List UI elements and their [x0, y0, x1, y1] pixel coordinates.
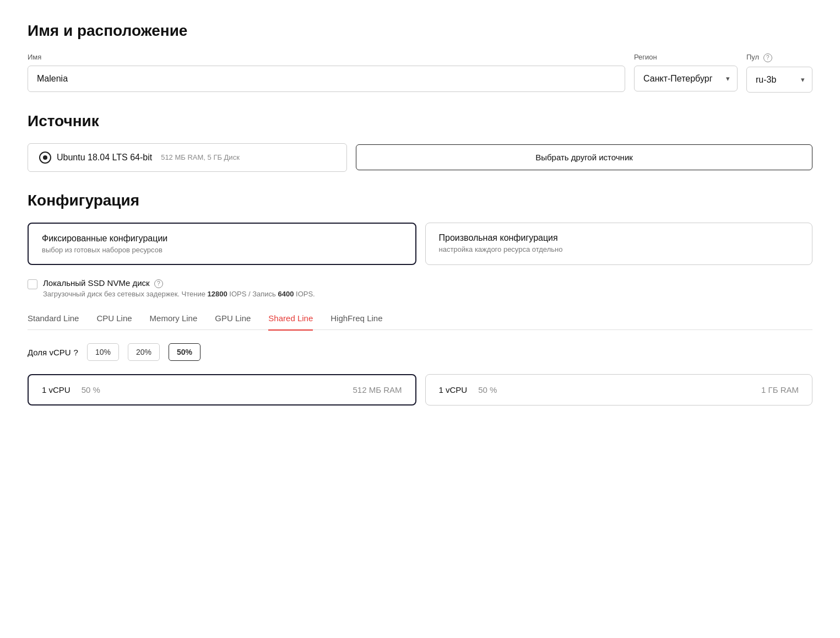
config-card-1-left: 1 vCPU 50 % [42, 385, 100, 394]
fraction-btn-10[interactable]: 10% [87, 343, 119, 361]
name-input[interactable] [28, 66, 625, 92]
config-card-1[interactable]: 1 vCPU 50 % 512 МБ RAM [28, 374, 416, 405]
region-select-wrapper: Санкт-Петербург Москва ▾ [634, 66, 738, 91]
config-card-1-pct: 50 % [82, 385, 100, 394]
config-card-2-vcpu: 1 vCPU [439, 385, 468, 394]
config-type-tabs: Фиксированные конфигурации выбор из гото… [28, 223, 812, 265]
ssd-help-icon[interactable]: ? [154, 279, 163, 288]
source-name: Ubuntu 18.04 LTS 64-bit [57, 153, 152, 163]
name-location-title: Имя и расположение [28, 22, 812, 40]
config-card-2[interactable]: 1 vCPU 50 % 1 ГБ RAM [425, 374, 813, 405]
pool-label: Пул ? [746, 53, 812, 62]
vcpu-fraction-label: Доля vCPU ? [28, 348, 78, 357]
configuration-title: Конфигурация [28, 192, 812, 209]
pool-select-wrapper: ru-3b ru-1a ru-2a ▾ [746, 67, 812, 93]
name-label: Имя [28, 53, 625, 61]
ssd-checkbox-row: Локальный SSD NVMe диск ? Загрузочный ди… [28, 278, 812, 298]
tab-cpu-line[interactable]: CPU Line [96, 313, 132, 331]
fraction-btn-20[interactable]: 20% [128, 343, 160, 361]
tab-memory-line[interactable]: Memory Line [150, 313, 198, 331]
name-location-row: Имя Регион Санкт-Петербург Москва ▾ Пул … [28, 53, 812, 93]
tab-fixed-sub: выбор из готовых наборов ресурсов [42, 246, 402, 254]
config-cards-row: 1 vCPU 50 % 512 МБ RAM 1 vCPU 50 % 1 ГБ … [28, 374, 812, 405]
fraction-btn-50[interactable]: 50% [169, 343, 200, 361]
vcpu-help-icon[interactable]: ? [74, 348, 78, 357]
source-title: Источник [28, 112, 812, 130]
tab-fixed-config[interactable]: Фиксированные конфигурации выбор из гото… [28, 223, 416, 265]
pool-select[interactable]: ru-3b ru-1a ru-2a [746, 67, 812, 93]
vcpu-fraction-row: Доля vCPU ? 10% 20% 50% [28, 343, 812, 361]
ssd-checkbox-label: Локальный SSD NVMe диск ? [43, 278, 315, 288]
source-section: Источник Ubuntu 18.04 LTS 64-bit 512 МБ … [28, 112, 812, 172]
region-select[interactable]: Санкт-Петербург Москва [634, 66, 738, 91]
config-card-2-ram: 1 ГБ RAM [761, 385, 799, 394]
region-label: Регион [634, 53, 738, 61]
name-field-group: Имя [28, 53, 625, 92]
region-field-group: Регион Санкт-Петербург Москва ▾ [634, 53, 738, 91]
ssd-checkbox[interactable] [28, 279, 37, 289]
line-tabs: Standard Line CPU Line Memory Line GPU L… [28, 313, 812, 331]
tab-fixed-title: Фиксированные конфигурации [42, 234, 402, 244]
tab-custom-title: Произвольная конфигурация [439, 233, 799, 243]
tab-shared-line[interactable]: Shared Line [268, 313, 313, 331]
tab-custom-sub: настройка каждого ресурса отдельно [439, 245, 799, 253]
config-card-2-left: 1 vCPU 50 % [439, 385, 497, 394]
source-row: Ubuntu 18.04 LTS 64-bit 512 МБ RAM, 5 ГБ… [28, 143, 812, 172]
select-source-button[interactable]: Выбрать другой источник [356, 144, 812, 170]
ssd-label-block: Локальный SSD NVMe диск ? Загрузочный ди… [43, 278, 315, 298]
config-card-2-pct: 50 % [478, 385, 497, 394]
name-location-section: Имя и расположение Имя Регион Санкт-Пете… [28, 22, 812, 93]
configuration-section: Конфигурация Фиксированные конфигурации … [28, 192, 812, 406]
source-os-icon [39, 152, 51, 164]
config-card-1-vcpu: 1 vCPU [42, 385, 71, 394]
tab-custom-config[interactable]: Произвольная конфигурация настройка кажд… [425, 223, 813, 265]
ssd-checkbox-desc: Загрузочный диск без сетевых задержек. Ч… [43, 290, 315, 298]
pool-help-icon[interactable]: ? [763, 53, 772, 62]
source-selected-box: Ubuntu 18.04 LTS 64-bit 512 МБ RAM, 5 ГБ… [28, 143, 347, 172]
source-meta: 512 МБ RAM, 5 ГБ Диск [161, 153, 240, 161]
tab-gpu-line[interactable]: GPU Line [215, 313, 251, 331]
tab-highfreq-line[interactable]: HighFreq Line [330, 313, 382, 331]
tab-standard-line[interactable]: Standard Line [28, 313, 79, 331]
config-card-1-ram: 512 МБ RAM [353, 385, 402, 394]
pool-field-group: Пул ? ru-3b ru-1a ru-2a ▾ [746, 53, 812, 93]
